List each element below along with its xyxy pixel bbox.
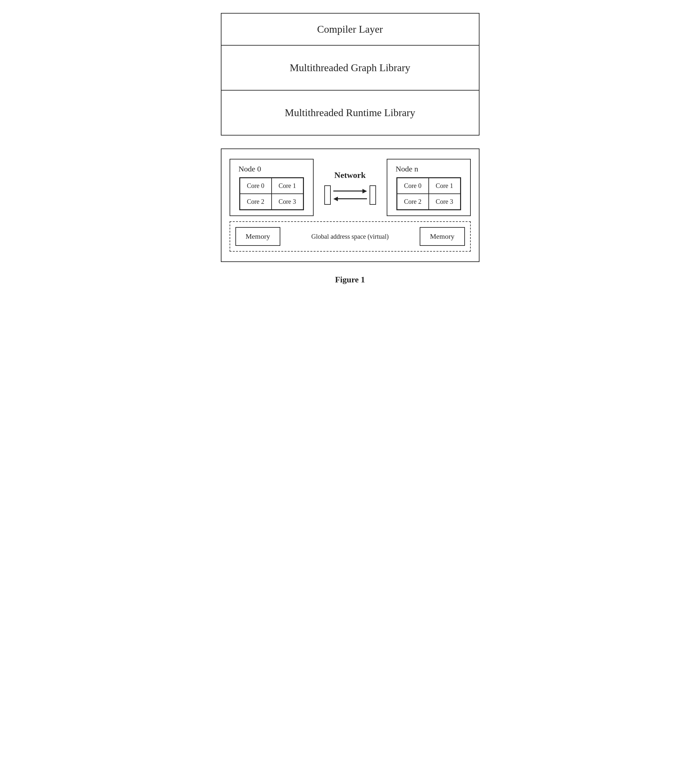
figure-caption: Figure 1 [335,275,365,285]
nodeN-box: Node n Core 0 Core 1 Core 2 Core 3 [387,159,471,216]
network-diagram: Node 0 Core 0 Core 1 Core 2 Core 3 Netwo… [221,149,480,262]
memory-box-left: Memory [235,227,281,246]
node0-title: Node 0 [238,165,261,174]
node0-cores-grid: Core 0 Core 1 Core 2 Core 3 [239,177,304,210]
arrow-left-line [338,198,367,199]
connector-right [370,185,376,205]
node0-box: Node 0 Core 0 Core 1 Core 2 Core 3 [230,159,313,216]
graph-lib-layer-box: Multithreaded Graph Library [222,46,479,90]
node0-core0: Core 0 [240,178,272,194]
graph-lib-layer-label: Multithreaded Graph Library [290,62,410,73]
arrow-with-connectors [324,185,376,205]
arrow-right-head [362,189,367,194]
global-address-row: Memory Global address space (virtual) Me… [230,221,471,252]
net-label-row: Network [324,170,376,205]
runtime-lib-layer-label: Multithreaded Runtime Library [285,107,415,118]
runtime-lib-layer-box: Multithreaded Runtime Library [222,90,479,135]
layer-diagram: Compiler Layer Multithreaded Graph Libra… [221,13,480,135]
memory-box-right: Memory [420,227,465,246]
compiler-layer-label: Compiler Layer [317,23,383,35]
nodeN-cores-grid: Core 0 Core 1 Core 2 Core 3 [397,177,461,210]
connector-left [324,185,331,205]
arrow-right-line [333,190,362,192]
network-connect-area: Network [317,170,383,205]
nodeN-title: Node n [396,165,418,174]
arrow-right [333,189,367,194]
node0-core3: Core 3 [272,194,303,210]
node0-core1: Core 1 [272,178,303,194]
arrow-left-head [333,197,338,201]
nodeN-core1: Core 1 [429,178,460,194]
nodeN-core0: Core 0 [397,178,429,194]
node0-core2: Core 2 [240,194,272,210]
global-address-label: Global address space (virtual) [280,232,419,241]
nodeN-core2: Core 2 [397,194,429,210]
arrow-between [331,189,370,201]
arrow-left [333,197,367,201]
nodes-row: Node 0 Core 0 Core 1 Core 2 Core 3 Netwo… [230,159,471,216]
nodeN-core3: Core 3 [429,194,460,210]
page-container: Compiler Layer Multithreaded Graph Libra… [205,13,496,285]
compiler-layer-box: Compiler Layer [222,13,479,46]
network-label: Network [334,170,366,180]
